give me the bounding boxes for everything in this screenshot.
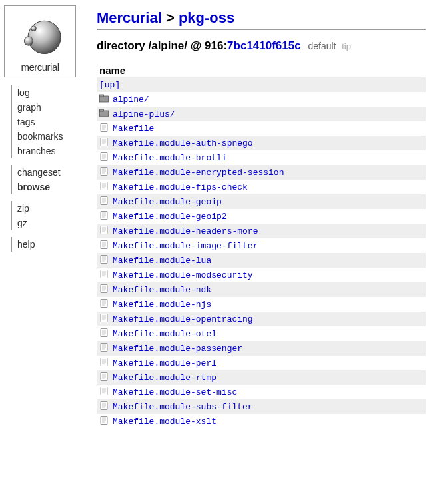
file-link[interactable]: Makefile.module-xslt — [113, 417, 216, 427]
svg-rect-87 — [101, 358, 107, 366]
nav-item-graph[interactable]: graph — [17, 100, 90, 115]
table-row: Makefile.module-rtmp — [97, 370, 426, 385]
file-link[interactable]: Makefile.module-passenger — [113, 344, 242, 354]
file-entry: Makefile.module-passenger — [99, 343, 423, 354]
file-icon — [99, 255, 109, 266]
file-link[interactable]: Makefile — [113, 124, 154, 134]
nav-item-branches[interactable]: branches — [17, 144, 90, 158]
svg-rect-102 — [101, 402, 107, 410]
nav-item-tags[interactable]: tags — [17, 115, 90, 129]
folder-icon — [99, 109, 109, 119]
table-row: Makefile.module-image-filter — [97, 238, 426, 253]
file-icon — [99, 138, 109, 148]
svg-rect-82 — [101, 344, 107, 352]
svg-rect-27 — [101, 182, 107, 190]
mercurial-droplet-icon — [15, 12, 65, 60]
file-icon — [99, 358, 109, 368]
table-row: Makefile.module-njs — [97, 297, 426, 312]
nav-item-help[interactable]: help — [17, 237, 90, 252]
file-link[interactable]: Makefile.module-fips-check — [113, 182, 248, 192]
file-entry: Makefile.module-fips-check — [99, 182, 423, 192]
file-entry: Makefile — [99, 123, 423, 134]
up-link[interactable]: [up] — [99, 80, 120, 90]
tip-tag: tip — [342, 41, 351, 51]
file-link[interactable]: Makefile.module-headers-more — [113, 226, 258, 236]
file-link[interactable]: Makefile.module-ndk — [113, 285, 211, 295]
file-icon — [99, 182, 109, 192]
table-row: Makefile.module-set-misc — [97, 385, 426, 399]
file-link[interactable]: Makefile.module-geoip — [113, 197, 222, 207]
svg-rect-7 — [101, 124, 107, 132]
file-link[interactable]: Makefile.module-geoip2 — [113, 212, 227, 222]
file-link[interactable]: Makefile.module-lua — [113, 256, 211, 266]
nav-item-gz[interactable]: gz — [17, 216, 90, 230]
table-row: Makefile.module-perl — [97, 356, 426, 370]
file-listing-table: name [up]alpine/alpine-plus/MakefileMake… — [97, 63, 426, 429]
file-icon — [99, 211, 109, 222]
nav-item-changeset[interactable]: changeset — [17, 165, 90, 180]
file-link[interactable]: Makefile.module-brotli — [113, 153, 227, 163]
file-icon — [99, 240, 109, 251]
sidebar: mercurial loggraphtagsbookmarksbranchesc… — [0, 0, 90, 429]
file-entry: Makefile.module-lua — [99, 255, 423, 266]
svg-rect-32 — [101, 197, 107, 205]
file-entry: Makefile.module-rtmp — [99, 372, 423, 383]
table-row: Makefile.module-subs-filter — [97, 399, 426, 414]
file-link[interactable]: alpine/ — [113, 95, 149, 105]
table-row: Makefile.module-modsecurity — [97, 268, 426, 282]
svg-rect-67 — [101, 300, 107, 308]
svg-rect-17 — [101, 153, 107, 161]
column-header-name: name — [97, 63, 426, 77]
file-link[interactable]: Makefile.module-image-filter — [113, 241, 258, 251]
svg-point-2 — [31, 25, 37, 31]
mercurial-logo[interactable]: mercurial — [4, 5, 76, 77]
file-link[interactable]: Makefile.module-subs-filter — [113, 402, 253, 412]
file-link[interactable]: Makefile.module-rtmp — [113, 373, 216, 383]
file-link[interactable]: Makefile.module-encrypted-session — [113, 168, 284, 178]
nav-item-bookmarks[interactable]: bookmarks — [17, 129, 90, 144]
file-link[interactable]: Makefile.module-njs — [113, 300, 211, 310]
file-icon — [99, 123, 109, 134]
file-link[interactable]: Makefile.module-set-misc — [113, 387, 237, 397]
file-icon — [99, 387, 109, 397]
file-entry: alpine/ — [99, 94, 423, 105]
folder-icon — [99, 94, 109, 105]
file-entry: Makefile.module-subs-filter — [99, 401, 423, 412]
changeset-hash-link[interactable]: 7bc1410f615c — [227, 39, 301, 52]
svg-rect-72 — [101, 314, 107, 322]
table-row: Makefile.module-otel — [97, 326, 426, 341]
file-entry: Makefile.module-set-misc — [99, 387, 423, 397]
svg-rect-97 — [101, 387, 107, 395]
file-entry: Makefile.module-otel — [99, 328, 423, 339]
file-icon — [99, 416, 109, 427]
title-prefix: directory /alpine/ @ 916: — [97, 39, 227, 52]
breadcrumb-separator: > — [162, 9, 179, 26]
file-link[interactable]: Makefile.module-modsecurity — [113, 270, 253, 280]
nav-item-browse[interactable]: browse — [17, 180, 90, 194]
breadcrumb: Mercurial > pkg-oss — [97, 9, 426, 30]
breadcrumb-repo-link[interactable]: pkg-oss — [179, 9, 234, 26]
svg-rect-42 — [101, 226, 107, 234]
file-link[interactable]: Makefile.module-auth-spnego — [113, 138, 253, 148]
table-row: Makefile.module-geoip — [97, 194, 426, 209]
nav-item-log[interactable]: log — [17, 85, 90, 100]
table-row: Makefile.module-lua — [97, 253, 426, 268]
breadcrumb-root-link[interactable]: Mercurial — [97, 9, 162, 26]
table-row: Makefile.module-brotli — [97, 150, 426, 165]
file-icon — [99, 343, 109, 354]
file-entry: Makefile.module-xslt — [99, 416, 423, 427]
file-icon — [99, 196, 109, 207]
file-entry: Makefile.module-geoip2 — [99, 211, 423, 222]
nav-group: changesetbrowse — [11, 165, 90, 194]
file-link[interactable]: Makefile.module-perl — [113, 358, 216, 368]
file-entry: Makefile.module-image-filter — [99, 240, 423, 251]
file-link[interactable]: Makefile.module-opentracing — [113, 314, 253, 324]
file-link[interactable]: Makefile.module-otel — [113, 329, 216, 339]
table-row: Makefile.module-passenger — [97, 341, 426, 356]
table-row: Makefile — [97, 121, 426, 136]
file-entry: Makefile.module-njs — [99, 299, 423, 310]
file-link[interactable]: alpine-plus/ — [113, 109, 175, 119]
table-row: [up] — [97, 77, 426, 92]
nav-item-zip[interactable]: zip — [17, 201, 90, 216]
table-row: alpine/ — [97, 92, 426, 107]
